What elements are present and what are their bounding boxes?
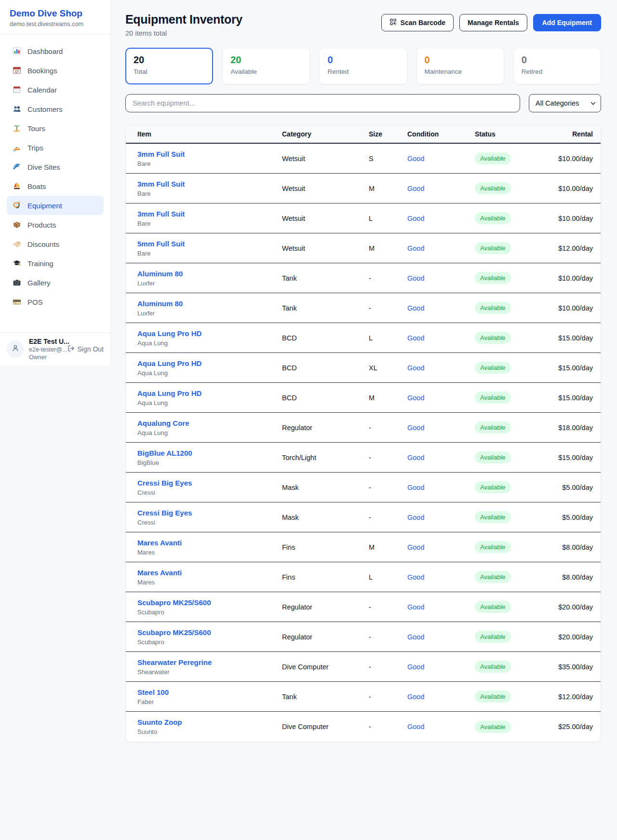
item-name-link[interactable]: Aqua Lung Pro HD	[137, 389, 282, 397]
status-badge: Available	[475, 152, 511, 164]
stat-label: Retired	[522, 68, 593, 75]
item-name-link[interactable]: 5mm Full Suit	[137, 240, 282, 248]
stat-card-available[interactable]: 20 Available	[222, 48, 310, 84]
item-condition-link[interactable]: Good	[407, 334, 475, 342]
items-total-text: 20 items total	[125, 29, 242, 37]
item-name-link[interactable]: Aqua Lung Pro HD	[137, 329, 282, 338]
page-title: Equipment Inventory	[125, 13, 242, 27]
sidebar-item-label: Calendar	[27, 86, 57, 94]
category-filter[interactable]: All Categories	[529, 94, 601, 112]
item-name-link[interactable]: Suunto Zoop	[137, 718, 282, 726]
item-condition-link[interactable]: Good	[407, 543, 475, 551]
item-condition-link[interactable]: Good	[407, 274, 475, 282]
item-name-link[interactable]: 3mm Full Suit	[137, 150, 282, 158]
item-brand: Suunto	[137, 728, 282, 735]
status-badge: Available	[475, 481, 511, 493]
sidebar-item-dashboard[interactable]: Dashboard	[7, 41, 104, 61]
stat-card-rented[interactable]: 0 Rented	[319, 48, 407, 84]
item-size: -	[369, 274, 407, 282]
item-condition-link[interactable]: Good	[407, 364, 475, 372]
sidebar-item-trips[interactable]: Trips	[7, 138, 104, 157]
item-condition-link[interactable]: Good	[407, 663, 475, 671]
item-rental-rate: $35.00/day	[547, 663, 593, 671]
brand-name[interactable]: Demo Dive Shop	[10, 8, 101, 19]
item-condition-link[interactable]: Good	[407, 155, 475, 163]
item-condition-link[interactable]: Good	[407, 185, 475, 192]
item-name-link[interactable]: 3mm Full Suit	[137, 180, 282, 188]
search-input[interactable]	[125, 94, 520, 112]
status-badge: Available	[475, 691, 511, 703]
item-size: L	[369, 573, 407, 581]
table-row: Aqua Lung Pro HD Aqua Lung BCD XL Good A…	[126, 353, 601, 383]
item-name-link[interactable]: Scubapro MK25/S600	[137, 598, 282, 607]
item-name-link[interactable]: Shearwater Peregrine	[137, 658, 282, 666]
item-condition-link[interactable]: Good	[407, 484, 475, 491]
item-condition-link[interactable]: Good	[407, 215, 475, 222]
bookings-icon: 17	[13, 66, 21, 75]
item-name-link[interactable]: Aqua Lung Pro HD	[137, 359, 282, 367]
sidebar-item-calendar[interactable]: Calendar	[7, 80, 104, 99]
item-condition-link[interactable]: Good	[407, 454, 475, 461]
item-name-link[interactable]: Steel 100	[137, 688, 282, 696]
sign-out-button[interactable]: Sign Out	[67, 345, 104, 353]
page-title-block: Equipment Inventory 20 items total	[125, 13, 242, 37]
item-name-link[interactable]: Mares Avanti	[137, 569, 282, 577]
add-equipment-button[interactable]: Add Equipment	[533, 14, 601, 31]
col-header-condition: Condition	[407, 130, 475, 138]
item-size: -	[369, 424, 407, 432]
item-condition-link[interactable]: Good	[407, 723, 475, 731]
status-badge: Available	[475, 212, 511, 224]
item-name-link[interactable]: Cressi Big Eyes	[137, 479, 282, 487]
sidebar-item-label: Bookings	[27, 67, 57, 75]
sidebar-item-customers[interactable]: Customers	[7, 99, 104, 119]
item-condition-link[interactable]: Good	[407, 304, 475, 312]
sidebar-nav: Dashboard 17 Bookings Calendar Customers…	[0, 35, 110, 312]
item-category: Tank	[282, 304, 369, 312]
sidebar-item-label: Boats	[27, 182, 46, 190]
avatar	[7, 340, 24, 358]
sidebar-item-dive-sites[interactable]: Dive Sites	[7, 157, 104, 176]
stat-card-total[interactable]: 20 Total	[125, 48, 213, 84]
sidebar-item-tours[interactable]: Tours	[7, 119, 104, 138]
col-header-item: Item	[137, 130, 282, 138]
item-condition-link[interactable]: Good	[407, 514, 475, 521]
sidebar-item-pos[interactable]: POS	[7, 292, 104, 312]
status-badge: Available	[475, 541, 511, 553]
calendar-icon	[13, 85, 21, 94]
item-name-link[interactable]: Aluminum 80	[137, 299, 282, 308]
sidebar-item-training[interactable]: Training	[7, 254, 104, 273]
item-name-link[interactable]: Aluminum 80	[137, 270, 282, 278]
stat-card-retired[interactable]: 0 Retired	[513, 48, 601, 84]
item-name-link[interactable]: 3mm Full Suit	[137, 210, 282, 218]
item-size: -	[369, 514, 407, 521]
item-category: Wetsuit	[282, 215, 369, 222]
sidebar-item-bookings[interactable]: 17 Bookings	[7, 61, 104, 80]
item-name-link[interactable]: Scubapro MK25/S600	[137, 628, 282, 637]
item-name-link[interactable]: Aqualung Core	[137, 419, 282, 427]
item-name-link[interactable]: Mares Avanti	[137, 539, 282, 547]
dive-sites-icon	[13, 163, 21, 171]
sidebar-item-gallery[interactable]: Gallery	[7, 273, 104, 292]
sidebar-item-equipment[interactable]: Equipment	[7, 196, 104, 215]
item-condition-link[interactable]: Good	[407, 244, 475, 252]
item-brand: Bare	[137, 190, 282, 197]
item-rental-rate: $10.00/day	[547, 304, 593, 312]
item-name-link[interactable]: Cressi Big Eyes	[137, 509, 282, 517]
item-condition-link[interactable]: Good	[407, 424, 475, 432]
item-condition-link[interactable]: Good	[407, 633, 475, 641]
item-name-link[interactable]: BigBlue AL1200	[137, 449, 282, 457]
status-badge: Available	[475, 302, 511, 314]
item-brand: Mares	[137, 579, 282, 586]
sidebar-item-discounts[interactable]: Discounts	[7, 234, 104, 254]
item-condition-link[interactable]: Good	[407, 394, 475, 402]
sidebar-item-label: Gallery	[27, 279, 51, 287]
sidebar-item-products[interactable]: Products	[7, 215, 104, 234]
item-condition-link[interactable]: Good	[407, 693, 475, 701]
scan-barcode-button[interactable]: Scan Barcode	[381, 14, 454, 31]
table-row: 3mm Full Suit Bare Wetsuit L Good Availa…	[126, 203, 601, 233]
sidebar-item-boats[interactable]: Boats	[7, 176, 104, 196]
manage-rentals-button[interactable]: Manage Rentals	[459, 14, 527, 31]
item-condition-link[interactable]: Good	[407, 603, 475, 611]
stat-card-maintenance[interactable]: 0 Maintenance	[416, 48, 504, 84]
item-condition-link[interactable]: Good	[407, 573, 475, 581]
